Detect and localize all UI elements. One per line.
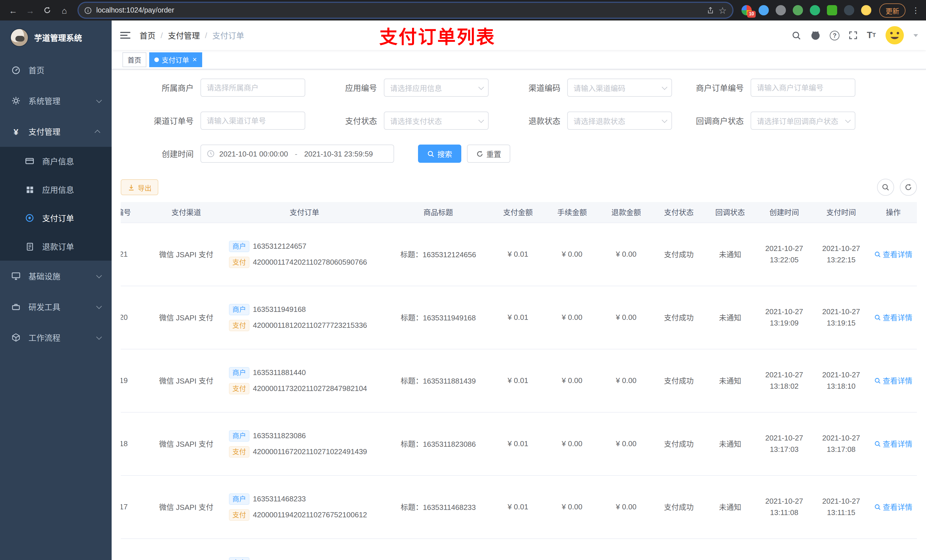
merchant-order-no-input[interactable]	[750, 78, 855, 97]
col-actions: 操作	[870, 202, 917, 222]
address-bar[interactable]: localhost:1024/pay/order ☆	[79, 3, 732, 18]
font-size-icon[interactable]: TT	[867, 31, 876, 40]
cell-actions: 查看详情	[870, 412, 917, 475]
cell-fee: ¥ 0.00	[545, 349, 599, 412]
view-detail-link[interactable]: 查看详情	[874, 438, 912, 449]
top-navbar: 首页 / 支付管理 / 支付订单 支付订单列表 ?	[112, 21, 926, 50]
browser-profile-avatar[interactable]	[861, 5, 872, 15]
refund-status-select[interactable]: 请选择退款状态	[567, 112, 672, 130]
extension-icon[interactable]	[758, 5, 769, 15]
view-detail-link[interactable]: 查看详情	[874, 501, 912, 512]
cell-actions: 查看详情	[870, 222, 917, 286]
pay-tag: 支付	[229, 320, 250, 331]
search-icon[interactable]	[791, 30, 801, 40]
cell-created: 2021-10-2713:11:08	[756, 475, 813, 538]
cell-id: 18	[121, 412, 149, 475]
extensions-puzzle-icon[interactable]	[844, 5, 854, 15]
channel-code-select[interactable]: 请输入渠道编码	[567, 78, 672, 97]
filter-label-notify-status: 回调商户状态	[688, 115, 744, 126]
cell-title: 标题：1635311881439	[386, 349, 491, 412]
sidebar-item-label: 商户信息	[42, 155, 74, 167]
extension-icon[interactable]: 10	[741, 5, 752, 15]
cell-channel: 微信 JSAPI 支付	[149, 222, 223, 286]
share-icon[interactable]	[707, 6, 714, 14]
view-detail-link[interactable]: 查看详情	[874, 375, 912, 386]
sidebar-item-home[interactable]: 首页	[0, 54, 112, 85]
extension-icon[interactable]	[793, 5, 803, 15]
site-info-icon[interactable]	[84, 6, 92, 14]
reset-button[interactable]: 重置	[467, 145, 510, 163]
cell-amount: ¥ 0.01	[491, 222, 545, 286]
main-area: 首页 / 支付管理 / 支付订单 支付订单列表 ?	[112, 21, 926, 560]
extension-icon[interactable]	[827, 5, 837, 15]
cell-order-no: 商户1635311468233 支付4200001194202110276752…	[223, 475, 386, 538]
sidebar-item-app-info[interactable]: 应用信息	[0, 175, 112, 204]
browser-update-button[interactable]: 更新	[879, 3, 905, 17]
cell-refund: ¥ 0.00	[599, 475, 653, 538]
extension-icon[interactable]	[810, 5, 820, 15]
channel-order-no-input[interactable]	[200, 112, 305, 130]
tab-close-icon[interactable]: ×	[192, 56, 197, 63]
view-detail-link[interactable]: 查看详情	[874, 249, 912, 260]
pay-tag: 支付	[229, 383, 250, 394]
sidebar-item-devtools[interactable]: 研发工具	[0, 291, 112, 322]
caret-down-icon[interactable]	[914, 34, 918, 37]
cell-order-no: 商户1635311881440 支付4200001173202110272847…	[223, 349, 386, 412]
bookmark-star-icon[interactable]: ☆	[719, 5, 727, 16]
breadcrumb-pay-management[interactable]: 支付管理	[168, 30, 200, 41]
cell-notify: 未通知	[705, 286, 756, 349]
export-button[interactable]: 导出	[121, 179, 158, 195]
chevron-up-icon	[95, 130, 100, 135]
sidebar-item-infrastructure[interactable]: 基础设施	[0, 261, 112, 291]
cell-status: 支付成功	[653, 222, 705, 286]
merchant-select-input[interactable]	[200, 78, 305, 97]
date-range-picker[interactable]: 2021-10-01 00:00:00 - 2021-10-31 23:59:5…	[200, 145, 394, 163]
app-select[interactable]: 请选择应用信息	[384, 78, 489, 97]
orders-table: 编号 支付渠道 支付订单 商品标题 支付金额 手续金额 退款金额 支付状态 回调…	[121, 202, 917, 560]
browser-home-button[interactable]: ⌂	[57, 3, 72, 18]
hamburger-menu-icon[interactable]	[120, 32, 130, 39]
filter-row-1: 所属商户 应用编号 请选择应用信息 渠道编码 请输入渠道编码	[121, 78, 917, 97]
sidebar-item-merchant-info[interactable]: 商户信息	[0, 147, 112, 175]
filter-notify-status: 回调商户状态 请选择订单回调商户状态	[688, 112, 855, 130]
breadcrumb-home[interactable]: 首页	[139, 30, 156, 41]
filter-pay-status: 支付状态 请选择支付状态	[321, 112, 489, 130]
browser-back-button[interactable]: ←	[6, 3, 21, 18]
sidebar-item-pay[interactable]: ¥ 支付管理	[0, 116, 112, 147]
extension-icon[interactable]	[776, 5, 786, 15]
cell-title: 标题：1635312124656	[386, 222, 491, 286]
sidebar-item-workflow[interactable]: 工作流程	[0, 322, 112, 353]
tab-pay-order[interactable]: 支付订单 ×	[149, 52, 202, 67]
filter-label-app: 应用编号	[321, 82, 377, 93]
screen: ← → ⌂ localhost:1024/pay/order ☆ 10 更新 ⋮	[0, 0, 926, 560]
filter-channel-code: 渠道编码 请输入渠道编码	[505, 78, 672, 97]
tab-home[interactable]: 首页	[123, 52, 146, 67]
refresh-table-button[interactable]	[900, 179, 917, 196]
github-icon[interactable]	[810, 30, 821, 41]
cell-title: 标题：1635311823086	[386, 412, 491, 475]
help-icon[interactable]: ?	[830, 30, 840, 40]
pay-status-select[interactable]: 请选择支付状态	[384, 112, 489, 130]
sidebar-item-label: 应用信息	[42, 184, 74, 195]
view-detail-link[interactable]: 查看详情	[874, 312, 912, 323]
cell-order-no: 商户1635311949168 支付4200001181202110277723…	[223, 286, 386, 349]
sidebar-item-system[interactable]: 系统管理	[0, 85, 112, 116]
notify-status-select[interactable]: 请选择订单回调商户状态	[750, 112, 855, 130]
sidebar-menu: 首页 系统管理 ¥ 支付管理	[0, 54, 112, 353]
fullscreen-icon[interactable]	[849, 31, 858, 40]
browser-menu-icon[interactable]: ⋮	[911, 6, 920, 15]
cell-created: 2021-10-2713:22:05	[756, 222, 813, 286]
sidebar-item-refund-order[interactable]: 退款订单	[0, 232, 112, 261]
filter-label-merchant: 所属商户	[138, 82, 194, 93]
browser-refresh-button[interactable]	[40, 3, 54, 18]
merchant-tag: 商户	[229, 367, 250, 378]
cell-order-no: 商户1635311823086 支付4200001167202110271022…	[223, 412, 386, 475]
table-row: 20 微信 JSAPI 支付 商户1635311949168 支付4200001…	[121, 286, 917, 349]
chevron-down-icon	[478, 117, 484, 123]
sidebar-item-pay-order[interactable]: 支付订单	[0, 204, 112, 232]
browser-forward-button[interactable]: →	[23, 3, 38, 18]
app-logo[interactable]: 芋道管理系统	[0, 21, 112, 54]
toggle-search-button[interactable]	[877, 179, 894, 196]
user-avatar[interactable]	[885, 26, 904, 45]
search-button[interactable]: 搜索	[418, 145, 461, 163]
